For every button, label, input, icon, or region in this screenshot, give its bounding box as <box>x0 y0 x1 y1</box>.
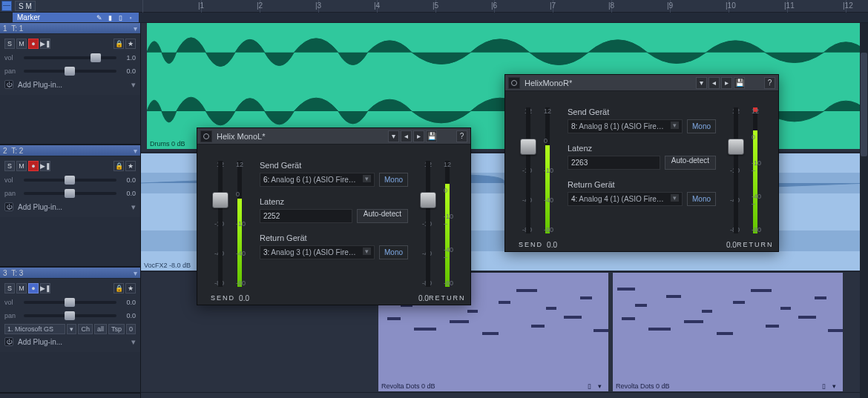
midi-note[interactable] <box>580 296 592 299</box>
mute-button[interactable]: M <box>16 283 27 293</box>
instrument-dropdown-icon[interactable]: ▾ <box>67 324 76 334</box>
chevron-down-icon[interactable]: ▾ <box>134 269 137 277</box>
next-preset-icon[interactable]: ▸ <box>721 77 732 89</box>
power-icon[interactable]: ⏻ <box>4 202 13 211</box>
help-button[interactable]: ? <box>456 130 467 142</box>
help-button[interactable]: ? <box>764 77 775 89</box>
transpose-value[interactable]: 0 <box>126 324 136 334</box>
fx-add-label[interactable]: Add Plug-in... <box>15 338 130 346</box>
midi-note[interactable] <box>467 310 478 313</box>
return-device-select[interactable]: 4: Analog 4 (1) (ASIO Fire… <box>568 192 683 206</box>
clip-mute-icon[interactable]: ▯ <box>588 382 595 390</box>
latency-input[interactable]: 2252 <box>260 209 352 223</box>
lock-icon[interactable]: 🔒 <box>114 161 124 171</box>
volume-slider[interactable] <box>24 56 116 59</box>
midi-clip[interactable]: Revolta Dots 0 dB ▯▾ <box>613 273 843 391</box>
monitor-button[interactable]: ▶❚ <box>40 283 50 293</box>
midi-note[interactable] <box>499 301 510 304</box>
track-header[interactable]: 2 T: 2 ▾ <box>0 145 140 156</box>
star-icon[interactable]: ★ <box>125 283 136 293</box>
fx-slot[interactable]: ⏻ Add Plug-in... ▾ <box>4 201 136 213</box>
mono-button[interactable]: Mono <box>687 192 716 206</box>
send-device-select[interactable]: 6: Analog 6 (1) (ASIO Fire… <box>260 173 375 187</box>
chevron-down-icon[interactable]: ▾ <box>131 80 136 90</box>
midi-note[interactable] <box>702 310 712 313</box>
midi-note[interactable] <box>751 289 772 292</box>
power-icon[interactable]: ⏻ <box>4 80 13 89</box>
channel-value[interactable]: all <box>94 324 107 334</box>
midi-note[interactable] <box>516 289 537 292</box>
midi-note[interactable] <box>648 328 671 331</box>
midi-note[interactable] <box>815 296 826 299</box>
preset-dropdown-icon[interactable]: ▾ <box>696 77 707 89</box>
midi-note[interactable] <box>564 316 582 319</box>
mute-button[interactable]: M <box>16 161 27 171</box>
record-arm-button[interactable]: ● <box>28 161 39 171</box>
midi-note[interactable] <box>780 307 791 310</box>
marker-rect1-icon[interactable]: ▮ <box>106 14 114 21</box>
return-device-select[interactable]: 3: Analog 3 (1) (ASIO Fire… <box>260 245 375 259</box>
pan-slider[interactable] <box>24 192 116 195</box>
record-arm-button[interactable]: ● <box>28 283 39 293</box>
lock-icon[interactable]: 🔒 <box>114 39 124 49</box>
monitor-button[interactable]: ▶❚ <box>40 39 50 49</box>
midi-note[interactable] <box>546 307 556 310</box>
plugin-window-helix-mono-l[interactable]: Helix MonoL* ▾ ◂ ▸ 💾 ? 120-10-40-80 120-… <box>197 127 471 305</box>
solo-button[interactable]: S <box>4 161 15 171</box>
instrument-select[interactable]: 1. Microsoft GS <box>4 324 65 334</box>
clip-menu-icon[interactable]: ▾ <box>598 382 605 390</box>
send-fader[interactable] <box>218 161 223 287</box>
record-arm-button[interactable]: ● <box>28 39 39 49</box>
marker-header[interactable]: Marker ✎ ▮ ▯ ◦ <box>13 13 139 22</box>
grid-snap-icon[interactable] <box>1 1 12 11</box>
chevron-down-icon[interactable]: ▾ <box>131 337 136 347</box>
save-icon[interactable]: 💾 <box>426 130 437 142</box>
midi-note[interactable] <box>666 295 681 298</box>
marker-edit-icon[interactable]: ✎ <box>96 14 103 21</box>
track-name[interactable]: T: 2 <box>11 147 23 155</box>
preset-dropdown-icon[interactable]: ▾ <box>388 130 399 142</box>
chevron-down-icon[interactable]: ▾ <box>134 24 137 33</box>
monitor-button[interactable]: ▶❚ <box>40 161 50 171</box>
send-device-select[interactable]: 8: Analog 8 (1) (ASIO Fire… <box>568 119 683 133</box>
midi-note[interactable] <box>635 304 647 307</box>
marker-dot-icon[interactable]: ◦ <box>127 14 134 21</box>
vertical-scrollbar[interactable] <box>860 23 868 398</box>
plugin-window-helix-mono-r[interactable]: HelixMonoR* ▾ ◂ ▸ 💾 ? 120-10-40-80 120-1… <box>504 74 779 252</box>
star-icon[interactable]: ★ <box>125 161 136 171</box>
chevron-down-icon[interactable]: ▾ <box>134 147 137 155</box>
mono-button[interactable]: Mono <box>687 119 716 133</box>
auto-detect-button[interactable]: Auto-detect <box>665 156 716 170</box>
track-header[interactable]: 3 T: 3 ▾ <box>0 268 140 279</box>
return-fader[interactable] <box>734 107 738 233</box>
mono-button[interactable]: Mono <box>379 245 408 259</box>
solo-mute-global[interactable]: S M <box>15 1 36 11</box>
track-name[interactable]: T: 1 <box>11 24 23 33</box>
volume-slider[interactable] <box>24 301 116 304</box>
prev-preset-icon[interactable]: ◂ <box>401 130 412 142</box>
power-icon[interactable]: ⏻ <box>4 337 13 346</box>
next-preset-icon[interactable]: ▸ <box>413 130 424 142</box>
fx-slot[interactable]: ⏻ Add Plug-in... ▾ <box>4 336 136 348</box>
save-icon[interactable]: 💾 <box>734 77 745 89</box>
midi-note[interactable] <box>622 317 635 320</box>
track-name[interactable]: T: 3 <box>11 269 23 277</box>
clip-mute-icon[interactable]: ▯ <box>822 382 829 390</box>
midi-note[interactable] <box>684 320 703 323</box>
midi-note[interactable] <box>617 288 635 291</box>
marker-rect2-icon[interactable]: ▯ <box>116 14 124 21</box>
return-fader[interactable] <box>426 161 430 287</box>
mute-button[interactable]: M <box>16 39 27 49</box>
plugin-titlebar[interactable]: Helix MonoL* ▾ ◂ ▸ 💾 ? <box>197 128 470 145</box>
volume-slider[interactable] <box>24 179 116 182</box>
fx-slot[interactable]: ⏻ Add Plug-in... ▾ <box>4 79 136 90</box>
pan-slider[interactable] <box>24 70 116 73</box>
fx-add-label[interactable]: Add Plug-in... <box>15 81 130 89</box>
chevron-down-icon[interactable]: ▾ <box>131 202 136 212</box>
fx-add-label[interactable]: Add Plug-in... <box>15 203 130 211</box>
midi-note[interactable] <box>387 317 401 320</box>
midi-note[interactable] <box>733 301 745 304</box>
midi-note[interactable] <box>717 332 733 335</box>
latency-input[interactable]: 2263 <box>568 156 660 170</box>
midi-note[interactable] <box>482 332 499 335</box>
